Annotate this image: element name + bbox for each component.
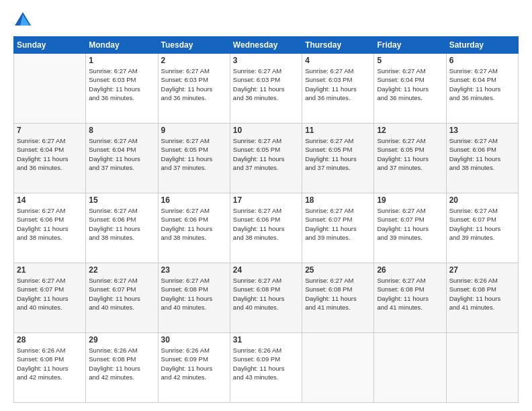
table-row: 1Sunrise: 6:27 AMSunset: 6:03 PMDaylight… (86, 54, 158, 124)
table-row (374, 333, 446, 403)
table-row: 6Sunrise: 6:27 AMSunset: 6:04 PMDaylight… (446, 54, 518, 124)
day-number: 2 (161, 56, 227, 65)
day-info: Sunrise: 6:27 AMSunset: 6:06 PMDaylight:… (17, 206, 83, 242)
day-info: Sunrise: 6:27 AMSunset: 6:03 PMDaylight:… (89, 66, 154, 102)
calendar-week-row: 1Sunrise: 6:27 AMSunset: 6:03 PMDaylight… (14, 54, 519, 124)
table-row: 18Sunrise: 6:27 AMSunset: 6:07 PMDayligh… (302, 193, 374, 263)
day-info: Sunrise: 6:27 AMSunset: 6:05 PMDaylight:… (377, 136, 443, 172)
table-row: 5Sunrise: 6:27 AMSunset: 6:04 PMDaylight… (374, 54, 446, 124)
table-row: 30Sunrise: 6:26 AMSunset: 6:09 PMDayligh… (158, 333, 230, 403)
table-row: 24Sunrise: 6:27 AMSunset: 6:08 PMDayligh… (230, 263, 302, 333)
day-info: Sunrise: 6:26 AMSunset: 6:08 PMDaylight:… (17, 346, 83, 381)
day-info: Sunrise: 6:27 AMSunset: 6:08 PMDaylight:… (233, 276, 299, 312)
table-row (302, 333, 374, 403)
table-row: 9Sunrise: 6:27 AMSunset: 6:05 PMDaylight… (158, 124, 230, 193)
day-info: Sunrise: 6:27 AMSunset: 6:05 PMDaylight:… (305, 136, 371, 172)
day-number: 1 (89, 56, 154, 65)
table-row: 3Sunrise: 6:27 AMSunset: 6:03 PMDaylight… (230, 54, 302, 124)
day-number: 27 (449, 265, 515, 275)
day-number: 23 (161, 265, 227, 275)
col-monday: Monday (86, 37, 158, 54)
col-wednesday: Wednesday (230, 37, 302, 54)
table-row (446, 333, 518, 403)
table-row: 29Sunrise: 6:26 AMSunset: 6:08 PMDayligh… (86, 333, 158, 403)
day-number: 16 (161, 195, 227, 205)
day-number: 11 (305, 126, 371, 135)
day-info: Sunrise: 6:27 AMSunset: 6:07 PMDaylight:… (17, 276, 83, 312)
day-info: Sunrise: 6:27 AMSunset: 6:06 PMDaylight:… (161, 206, 227, 242)
table-row: 16Sunrise: 6:27 AMSunset: 6:06 PMDayligh… (158, 193, 230, 263)
day-number: 7 (17, 126, 83, 135)
day-number: 4 (305, 56, 371, 65)
col-tuesday: Tuesday (158, 37, 230, 54)
col-saturday: Saturday (446, 37, 518, 54)
day-number: 19 (377, 195, 443, 205)
table-row: 10Sunrise: 6:27 AMSunset: 6:05 PMDayligh… (230, 124, 302, 193)
calendar-week-row: 28Sunrise: 6:26 AMSunset: 6:08 PMDayligh… (14, 333, 519, 403)
day-number: 31 (233, 335, 299, 345)
day-number: 18 (305, 195, 371, 205)
table-row: 12Sunrise: 6:27 AMSunset: 6:05 PMDayligh… (374, 124, 446, 193)
day-info: Sunrise: 6:27 AMSunset: 6:03 PMDaylight:… (233, 66, 299, 102)
day-info: Sunrise: 6:27 AMSunset: 6:04 PMDaylight:… (449, 66, 515, 102)
table-row: 2Sunrise: 6:27 AMSunset: 6:03 PMDaylight… (158, 54, 230, 124)
day-number: 14 (17, 195, 83, 205)
col-sunday: Sunday (14, 37, 86, 54)
day-number: 29 (89, 335, 154, 345)
table-row: 11Sunrise: 6:27 AMSunset: 6:05 PMDayligh… (302, 124, 374, 193)
day-info: Sunrise: 6:27 AMSunset: 6:04 PMDaylight:… (89, 136, 154, 172)
day-number: 22 (89, 265, 154, 275)
header (13, 11, 519, 30)
day-number: 5 (377, 56, 443, 65)
day-number: 17 (233, 195, 299, 205)
day-info: Sunrise: 6:27 AMSunset: 6:04 PMDaylight:… (377, 66, 443, 102)
day-number: 6 (449, 56, 515, 65)
table-row: 8Sunrise: 6:27 AMSunset: 6:04 PMDaylight… (86, 124, 158, 193)
day-number: 21 (17, 265, 83, 275)
col-friday: Friday (374, 37, 446, 54)
day-info: Sunrise: 6:26 AMSunset: 6:09 PMDaylight:… (233, 346, 299, 381)
table-row: 22Sunrise: 6:27 AMSunset: 6:07 PMDayligh… (86, 263, 158, 333)
day-info: Sunrise: 6:27 AMSunset: 6:03 PMDaylight:… (305, 66, 371, 102)
table-row: 28Sunrise: 6:26 AMSunset: 6:08 PMDayligh… (14, 333, 86, 403)
day-number: 15 (89, 195, 154, 205)
day-info: Sunrise: 6:27 AMSunset: 6:05 PMDaylight:… (233, 136, 299, 172)
day-info: Sunrise: 6:27 AMSunset: 6:06 PMDaylight:… (89, 206, 154, 242)
table-row: 26Sunrise: 6:27 AMSunset: 6:08 PMDayligh… (374, 263, 446, 333)
calendar-header-row: Sunday Monday Tuesday Wednesday Thursday… (14, 37, 519, 54)
logo-icon (13, 11, 32, 30)
day-number: 28 (17, 335, 83, 345)
day-number: 12 (377, 126, 443, 135)
day-info: Sunrise: 6:26 AMSunset: 6:08 PMDaylight:… (89, 346, 154, 381)
page: Sunday Monday Tuesday Wednesday Thursday… (0, 0, 532, 411)
calendar-week-row: 7Sunrise: 6:27 AMSunset: 6:04 PMDaylight… (14, 124, 519, 193)
day-info: Sunrise: 6:27 AMSunset: 6:06 PMDaylight:… (233, 206, 299, 242)
day-number: 13 (449, 126, 515, 135)
day-info: Sunrise: 6:26 AMSunset: 6:08 PMDaylight:… (449, 276, 515, 312)
day-info: Sunrise: 6:27 AMSunset: 6:07 PMDaylight:… (305, 206, 371, 242)
day-info: Sunrise: 6:26 AMSunset: 6:09 PMDaylight:… (161, 346, 227, 381)
table-row: 7Sunrise: 6:27 AMSunset: 6:04 PMDaylight… (14, 124, 86, 193)
table-row: 15Sunrise: 6:27 AMSunset: 6:06 PMDayligh… (86, 193, 158, 263)
table-row: 31Sunrise: 6:26 AMSunset: 6:09 PMDayligh… (230, 333, 302, 403)
table-row: 13Sunrise: 6:27 AMSunset: 6:06 PMDayligh… (446, 124, 518, 193)
day-number: 30 (161, 335, 227, 345)
day-number: 8 (89, 126, 154, 135)
table-row: 21Sunrise: 6:27 AMSunset: 6:07 PMDayligh… (14, 263, 86, 333)
day-info: Sunrise: 6:27 AMSunset: 6:04 PMDaylight:… (17, 136, 83, 172)
day-number: 24 (233, 265, 299, 275)
table-row (14, 54, 86, 124)
calendar-week-row: 14Sunrise: 6:27 AMSunset: 6:06 PMDayligh… (14, 193, 519, 263)
col-thursday: Thursday (302, 37, 374, 54)
day-info: Sunrise: 6:27 AMSunset: 6:07 PMDaylight:… (89, 276, 154, 312)
day-info: Sunrise: 6:27 AMSunset: 6:05 PMDaylight:… (161, 136, 227, 172)
day-number: 3 (233, 56, 299, 65)
day-info: Sunrise: 6:27 AMSunset: 6:07 PMDaylight:… (377, 206, 443, 242)
calendar-table: Sunday Monday Tuesday Wednesday Thursday… (13, 36, 519, 403)
day-info: Sunrise: 6:27 AMSunset: 6:07 PMDaylight:… (449, 206, 515, 242)
day-number: 25 (305, 265, 371, 275)
table-row: 20Sunrise: 6:27 AMSunset: 6:07 PMDayligh… (446, 193, 518, 263)
table-row: 14Sunrise: 6:27 AMSunset: 6:06 PMDayligh… (14, 193, 86, 263)
table-row: 17Sunrise: 6:27 AMSunset: 6:06 PMDayligh… (230, 193, 302, 263)
table-row: 19Sunrise: 6:27 AMSunset: 6:07 PMDayligh… (374, 193, 446, 263)
